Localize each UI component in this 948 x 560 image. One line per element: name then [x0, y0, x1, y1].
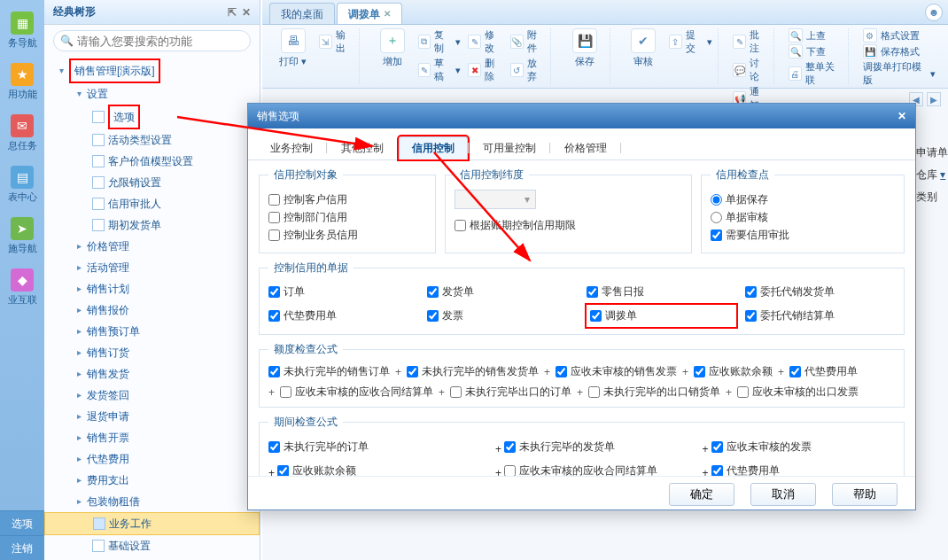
tree-branch[interactable]: ▸包装物租借: [44, 491, 260, 512]
dialog-close-icon[interactable]: ✕: [897, 110, 906, 122]
sec-dimension: 信用控制纬度 根据账期控制信用期限: [445, 167, 692, 253]
page-next[interactable]: ▶: [927, 92, 941, 106]
sec-quota-formula: 额度检查公式 未执行完毕的销售订单+ 未执行完毕的销售发货单+ 应收未审核的销售…: [259, 342, 905, 408]
close-icon[interactable]: ✕: [384, 4, 391, 25]
dtab-price[interactable]: 价格管理|: [551, 136, 620, 159]
print-button[interactable]: 🖶打印 ▾: [275, 28, 312, 68]
abandon-button[interactable]: ↺放弃: [510, 57, 546, 83]
dtab-other[interactable]: 其他控制|: [328, 136, 397, 159]
format-button[interactable]: ⚙格式设置: [863, 28, 936, 43]
ok-button[interactable]: 确定: [669, 483, 734, 506]
dim-select[interactable]: [455, 190, 536, 209]
audit-button[interactable]: ✔审核: [625, 28, 662, 68]
help-button[interactable]: 帮助: [832, 483, 897, 506]
tree-root[interactable]: ▾销售管理[演示版]: [44, 58, 260, 83]
cb-customer[interactable]: 控制客户信用: [268, 192, 426, 207]
discuss-button[interactable]: 💬讨论: [733, 57, 768, 83]
cb-fee[interactable]: 代垫费用单: [268, 307, 418, 325]
tree-branch[interactable]: ▸销售预订单: [44, 321, 260, 342]
lookup-button[interactable]: 🔍上查: [789, 28, 843, 43]
cancel-button[interactable]: 取消: [750, 483, 816, 506]
tree-bizwork[interactable]: 业务工作: [44, 512, 260, 535]
cb-dept[interactable]: 控制部门信用: [268, 210, 426, 225]
tree: ▾销售管理[演示版] ▾设置 选项 活动类型设置 客户价值模型设置 允限销设置 …: [44, 57, 260, 556]
doc-tabs: 我的桌面 调拨单✕: [262, 0, 948, 25]
tree-leaf[interactable]: 客户价值模型设置: [44, 151, 260, 172]
search-input[interactable]: [53, 30, 251, 51]
tree-branch[interactable]: ▸费用支出: [44, 470, 260, 491]
rb-save[interactable]: 单据保存: [711, 192, 895, 207]
sec-checkpoint: 信用检查点 单据保存 单据审核 需要信用审批: [701, 167, 905, 253]
tree-branch[interactable]: ▸价格管理: [44, 236, 260, 257]
cb-order[interactable]: 订单: [268, 284, 418, 299]
tree-branch[interactable]: ▸销售报价: [44, 299, 260, 321]
copy-button[interactable]: ⧉复制 ▾: [418, 28, 462, 55]
tree-panel: 经典树形 ⇱✕ 🔍 ▾销售管理[演示版] ▾设置 选项 活动类型设置 客户价值模…: [44, 0, 260, 560]
tree-options[interactable]: 选项: [44, 105, 260, 129]
cb-ship[interactable]: 发货单: [427, 284, 577, 299]
cb-need-approve[interactable]: 需要信用审批: [711, 228, 895, 243]
tree-branch[interactable]: ▸销售订货: [44, 342, 260, 363]
rail-center[interactable]: ▤表中心: [4, 159, 41, 209]
tab-transfer[interactable]: 调拨单✕: [337, 3, 402, 24]
attach-button[interactable]: 📎附件: [510, 28, 546, 55]
dtab-biz[interactable]: 业务控制|: [257, 136, 326, 159]
tree-branch[interactable]: ▸销售计划: [44, 278, 260, 299]
lookdown-button[interactable]: 🔍下查: [789, 44, 843, 58]
search-icon: 🔍: [60, 35, 74, 47]
output-button[interactable]: ⇲输出: [319, 28, 354, 55]
approve-button[interactable]: ✎批注: [733, 28, 768, 55]
tree-leaf[interactable]: 期初发货单: [44, 214, 260, 236]
tree-branch[interactable]: ▸活动管理: [44, 257, 260, 278]
tree-branch[interactable]: ▸代垫费用: [44, 448, 260, 470]
sales-options-dialog: 销售选项 ✕ 业务控制| 其他控制| 信用控制| 可用量控制| 价格管理| 信用…: [247, 103, 916, 510]
cb-transfer[interactable]: 调拨单: [590, 308, 637, 323]
cb-retail[interactable]: 零售日报: [587, 284, 736, 299]
rail-logout[interactable]: 注销: [0, 535, 44, 560]
delete-button[interactable]: ✖删除: [468, 57, 503, 83]
tree-branch[interactable]: ▸销售开票: [44, 427, 260, 448]
cb-invoice[interactable]: 发票: [427, 307, 577, 325]
pin-icon[interactable]: ⇱: [228, 6, 237, 19]
rail-nav[interactable]: ▦务导航: [4, 5, 41, 55]
tree-branch[interactable]: ▸销售发货: [44, 363, 260, 385]
dialog-footer: 确定 取消 帮助: [248, 476, 915, 511]
dtab-credit[interactable]: 信用控制|: [399, 136, 468, 159]
left-rail: ▦务导航 ★用功能 ✉息任务 ▤表中心 ➤施导航 ◆业互联 选项 注销: [0, 0, 44, 560]
user-icon[interactable]: ☻: [925, 4, 943, 21]
submit-button[interactable]: ⇪提交 ▾: [669, 28, 712, 55]
tree-leaf[interactable]: 信用审批人: [44, 193, 260, 214]
tree-branch[interactable]: ▸退货申请: [44, 406, 260, 427]
template-button[interactable]: 调拨单打印模版 ▾: [863, 60, 936, 87]
sec-docs: 控制信用的单据 订单 发货单 零售日报 委托代销发货单 代垫费用单 发票 调拨单…: [259, 261, 905, 335]
rail-task[interactable]: ✉息任务: [4, 108, 41, 158]
ribbon: 🖶打印 ▾ ⇲输出 ＋增加 ⧉复制 ▾ ✎草稿 ▾ ✎修改 ✖删除 📎附件 ↺放…: [262, 25, 948, 89]
sec-period-formula: 期间检查公式 未执行完毕的订单 + 未执行完毕的发货单 + 应收未审核的发票 +…: [259, 415, 905, 476]
rb-audit[interactable]: 单据审核: [711, 210, 895, 225]
cb-period[interactable]: 根据账期控制信用期限: [455, 218, 682, 233]
save-button[interactable]: 💾保存: [565, 28, 604, 68]
cb-user[interactable]: 控制业务员信用: [268, 228, 426, 243]
draft-button[interactable]: ✎草稿 ▾: [418, 57, 462, 83]
close-panel-icon[interactable]: ✕: [242, 6, 251, 19]
tree-header: 经典树形 ⇱✕: [44, 0, 260, 25]
add-button[interactable]: ＋增加: [374, 28, 410, 68]
dtab-avail[interactable]: 可用量控制|: [470, 136, 549, 159]
saveformat-button[interactable]: 💾保存格式: [863, 44, 936, 58]
tab-desktop[interactable]: 我的桌面: [269, 3, 335, 24]
form-side-labels: 申请单号 仓库 ▾ 类别: [916, 119, 948, 210]
cb-consign-ship[interactable]: 委托代销发货单: [745, 284, 895, 299]
tree-branch[interactable]: ▸发货签回: [44, 385, 260, 406]
tree-settings[interactable]: ▾设置: [44, 83, 260, 105]
tree-leaf[interactable]: 允限销设置: [44, 172, 260, 193]
rail-func[interactable]: ★用功能: [4, 57, 41, 106]
rail-options[interactable]: 选项: [0, 510, 44, 535]
rail-link[interactable]: ◆业互联: [4, 262, 41, 312]
cb-consign-settle[interactable]: 委托代销结算单: [745, 307, 895, 325]
tree-leaf[interactable]: 活动类型设置: [44, 129, 260, 151]
billrel-button[interactable]: 🖨整单关联: [789, 60, 843, 87]
dialog-titlebar: 销售选项 ✕: [248, 104, 915, 128]
rail-guide[interactable]: ➤施导航: [4, 211, 41, 261]
modify-button[interactable]: ✎修改: [468, 28, 503, 55]
tree-basesetting[interactable]: 基础设置: [44, 535, 260, 556]
